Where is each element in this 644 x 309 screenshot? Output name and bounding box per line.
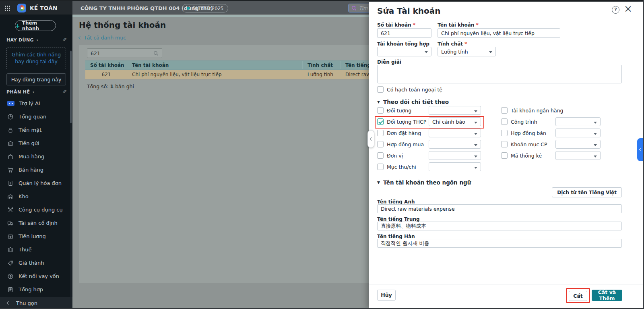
- sidebar-collapse-button[interactable]: Thu gọn: [0, 297, 72, 309]
- chevron-left-icon: [369, 137, 373, 141]
- table-row[interactable]: 621 Chi phí nguyên liệu, vật liệu trực t…: [85, 70, 369, 79]
- sidebar-item-tong-hop[interactable]: Tổng hợp: [0, 283, 70, 296]
- hop-dong-mua-checkbox[interactable]: [377, 141, 384, 147]
- muc-thu-chi-select[interactable]: [429, 162, 481, 171]
- detail-section-header[interactable]: ▼ Theo dõi chi tiết theo: [377, 99, 449, 105]
- korean-name-field[interactable]: [377, 239, 622, 248]
- sidebar-item-tai-san-co-dinh[interactable]: Tài sản cố định: [0, 216, 70, 230]
- search-icon: [351, 6, 357, 11]
- summary-icon: [7, 286, 14, 293]
- sidebar-item-ket-noi-vay-von[interactable]: Kết nối vay vốn: [0, 270, 70, 283]
- don-dat-hang-checkbox[interactable]: [377, 130, 384, 136]
- sidebar-item-thue[interactable]: Thuế: [0, 243, 70, 256]
- cong-trinh-select[interactable]: [555, 117, 601, 126]
- favorites-section-header[interactable]: HAY DÙNG ▾: [6, 37, 38, 43]
- modules-section-header[interactable]: PHÂN HỆ ▾: [6, 89, 34, 95]
- pin-hint-box[interactable]: Ghim các tính năng hay dùng tại đây: [6, 48, 66, 69]
- column-header-account-name[interactable]: Tên tài khoản: [127, 61, 303, 69]
- tai-khoan-ngan-hang-checkbox[interactable]: [501, 107, 508, 114]
- favorites-page-button[interactable]: Hay dùng trang này: [6, 73, 66, 85]
- cell-english-name: Direct raw materials expense: [341, 70, 369, 79]
- edit-pencil-icon[interactable]: [62, 37, 67, 43]
- hop-dong-ban-select[interactable]: [555, 129, 601, 137]
- sidebar-scrollbar-thumb[interactable]: [70, 51, 72, 123]
- total-records: Tổng số: 1 bản ghi: [87, 83, 134, 89]
- hop-dong-mua-select[interactable]: [429, 140, 481, 149]
- column-header-account-no[interactable]: Số tài khoản: [85, 61, 127, 69]
- doi-tuong-thcp-checkbox[interactable]: [377, 118, 384, 125]
- sidebar-item-tien-luong[interactable]: Tiền lương: [0, 230, 70, 243]
- sidebar-item-mua-hang[interactable]: Mua hàng: [0, 150, 70, 163]
- tax-icon: [7, 247, 14, 253]
- account-number-field[interactable]: [377, 28, 431, 38]
- table-header-row: Số tài khoản Tên tài khoản Tính chất Tên…: [85, 60, 369, 70]
- description-label: Diễn giải: [377, 59, 401, 65]
- app-grid-icon[interactable]: [5, 6, 10, 11]
- column-header-english-name[interactable]: Tên tiếng Anh: [341, 61, 369, 69]
- sidebar-item-tong-quan[interactable]: Tổng quan: [0, 110, 70, 123]
- chevron-left-icon: [78, 36, 82, 39]
- khoan-muc-cp-select[interactable]: [555, 140, 601, 149]
- account-name-field[interactable]: [438, 28, 560, 38]
- tools-icon: [7, 207, 14, 213]
- account-search-input[interactable]: [91, 50, 149, 57]
- ma-thong-ke-checkbox[interactable]: [501, 152, 508, 159]
- panel-collapse-handle[interactable]: [367, 130, 374, 148]
- robot-icon: [7, 101, 14, 106]
- muc-thu-chi-checkbox[interactable]: [377, 164, 384, 170]
- chinese-name-label: Tên tiếng Trung: [377, 216, 420, 222]
- translate-button[interactable]: Dịch từ tên Tiếng Việt: [552, 187, 622, 197]
- nature-select[interactable]: Lưỡng tính: [438, 47, 496, 56]
- topbar-brand: KẾ TOÁN: [0, 1, 72, 15]
- breadcrumb-back-link[interactable]: Tất cả danh mục: [79, 35, 126, 41]
- description-field[interactable]: [377, 65, 622, 83]
- save-and-add-button[interactable]: Cất và Thêm: [592, 290, 622, 301]
- help-icon[interactable]: [612, 6, 619, 14]
- doi-tuong-checkbox[interactable]: [377, 107, 384, 114]
- khoan-muc-cp-checkbox[interactable]: [501, 141, 508, 147]
- hop-dong-ban-checkbox[interactable]: [501, 130, 508, 136]
- main-top-strip: [72, 15, 369, 17]
- warehouse-icon: [7, 193, 14, 200]
- sidebar-item-kho[interactable]: Kho: [0, 190, 70, 203]
- english-name-label: Tên tiếng Anh: [377, 199, 415, 205]
- chinese-name-field[interactable]: [377, 222, 622, 230]
- cancel-button[interactable]: Hủy: [377, 290, 396, 301]
- chevron-left-icon: [639, 148, 642, 151]
- side-drawer-tab[interactable]: [637, 138, 643, 161]
- environment-badge[interactable]: DLTEST_2025: [182, 4, 228, 12]
- save-button[interactable]: Cất: [569, 291, 587, 301]
- language-section-header[interactable]: ▼ Tên tài khoản theo ngôn ngữ: [377, 179, 471, 186]
- bank-deposit-icon: [7, 140, 14, 147]
- sidebar-item-gia-thanh[interactable]: Giá thành: [0, 256, 70, 270]
- doi-tuong-thcp-select[interactable]: Chỉ cảnh báo: [429, 117, 481, 126]
- don-dat-hang-select[interactable]: [429, 129, 481, 137]
- sidebar-item-tien-gui[interactable]: Tiền gửi: [0, 137, 70, 150]
- foreign-currency-label: Có hạch toán ngoại tệ: [387, 87, 442, 93]
- foreign-currency-checkbox[interactable]: [377, 86, 384, 93]
- fixed-asset-icon: [7, 220, 14, 226]
- sidebar-item-quan-ly-hoa-don[interactable]: Quản lý hóa đơn: [0, 176, 70, 190]
- page-title: Hệ thống tài khoản: [79, 20, 166, 30]
- status-dot-icon: [187, 7, 190, 10]
- sidebar-item-tro-ly-ai[interactable]: Trợ lý AI: [0, 97, 70, 110]
- don-vi-select[interactable]: [429, 151, 481, 160]
- parent-account-select[interactable]: [377, 47, 431, 56]
- cong-trinh-checkbox[interactable]: [501, 118, 508, 125]
- doi-tuong-select[interactable]: [429, 106, 481, 115]
- chevron-down-icon: ▾: [33, 91, 34, 94]
- column-header-nature[interactable]: Tính chất: [303, 61, 341, 69]
- sidebar-item-tien-mat[interactable]: Tiền mặt: [0, 123, 70, 137]
- sidebar-item-ban-hang[interactable]: Bán hàng: [0, 163, 70, 176]
- cell-account-no: 621: [85, 70, 127, 79]
- cell-account-name: Chi phí nguyên liệu, vật liệu trực tiếp: [127, 70, 303, 79]
- english-name-field[interactable]: [377, 204, 622, 213]
- edit-pencil-icon[interactable]: [62, 89, 67, 95]
- don-vi-checkbox[interactable]: [377, 152, 384, 159]
- module-nav: Trợ lý AI Tổng quan Tiền mặt Tiền gửi Mu…: [0, 97, 70, 296]
- ma-thong-ke-select[interactable]: [555, 151, 601, 160]
- close-icon[interactable]: [624, 3, 632, 15]
- quick-add-button[interactable]: + Thêm nhanh: [15, 20, 56, 31]
- sidebar-item-cong-cu-dung-cu[interactable]: Công cụ dụng cụ: [0, 203, 70, 216]
- shopping-cart-icon: [7, 167, 14, 173]
